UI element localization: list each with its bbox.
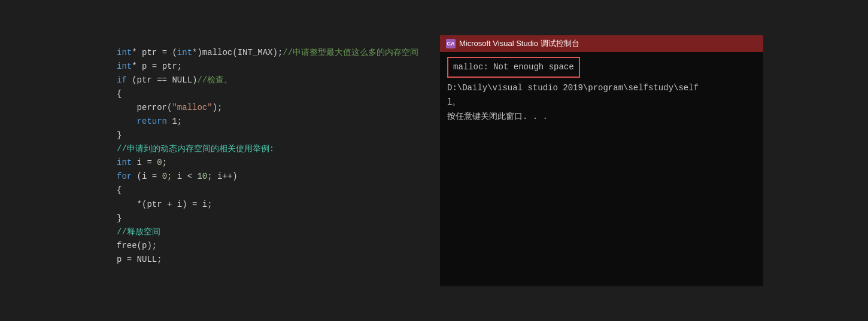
close-hint: 按任意键关闭此窗口. . . [447,110,756,124]
keyword: int [117,48,132,57]
code-text: * ptr = ( [132,48,177,57]
code-panel: int* ptr = (int*)malloc(INT_MAX);//申请整型最… [105,35,440,286]
comment: //释放空间 [117,227,160,237]
code-line-2: int* p = ptr; [117,60,428,74]
code-text: { [117,89,122,99]
code-text: *(ptr + i) = i; [117,200,213,209]
code-line-15: free(p); [117,239,428,253]
code-text: } [117,213,122,223]
number-literal: 0 [157,158,162,167]
code-line-16: p = NULL; [117,253,428,267]
error-message: malloc: Not enough space [453,62,574,72]
keyword: int [117,158,132,167]
keyword: int [117,62,132,71]
code-text: * p = ptr; [132,62,182,71]
code-text: i = [132,158,157,167]
code-line-1: int* ptr = (int*)malloc(INT_MAX);//申请整型最… [117,46,428,60]
code-line-12: *(ptr + i) = i; [117,198,428,212]
code-line-10: for (i = 0; i < 10; i++) [117,170,428,184]
code-text: ; [162,158,167,167]
string-literal: "malloc" [172,103,212,112]
code-text: ; i < [167,172,197,181]
console-body: malloc: Not enough space D:\Daily\visual… [440,52,763,286]
code-text: free(p); [117,241,157,250]
code-text: } [117,130,122,140]
code-line-13: } [117,212,428,225]
code-text: ; i++) [207,172,237,181]
code-text: (i = [132,172,162,181]
console-icon: CA [446,39,456,48]
error-box: malloc: Not enough space [447,57,580,78]
comment: //检查。 [197,75,232,85]
code-line-4: { [117,87,428,101]
code-line-5: perror("malloc"); [117,101,428,115]
code-line-7: } [117,129,428,142]
console-title: Microsoft Visual Studio 调试控制台 [459,38,579,49]
code-line-11: { [117,184,428,197]
code-line-14: //释放空间 [117,225,428,239]
path-line-2: l。 [447,96,756,110]
path-line-1: D:\Daily\visual studio 2019\program\self… [447,81,756,96]
keyword: if [117,75,127,85]
code-line-3: if (ptr == NULL)//检查。 [117,74,428,87]
keyword: return [137,117,167,126]
keyword: for [117,172,132,181]
code-text: (ptr == NULL) [127,75,198,85]
main-container: int* ptr = (int*)malloc(INT_MAX);//申请整型最… [105,35,763,286]
code-line-8: //申请到的动态内存空间的相关使用举例: [117,142,428,156]
code-line-9: int i = 0; [117,156,428,170]
number-literal: 0 [162,172,167,181]
comment: //申请到的动态内存空间的相关使用举例: [117,144,274,154]
code-text: 1; [167,117,182,126]
code-text: { [117,185,122,195]
code-text: p = NULL; [117,255,162,264]
code-text: ); [213,103,223,112]
code-text: *)malloc(INT_MAX); [192,48,283,57]
keyword: int [177,48,192,57]
code-line-6: return 1; [117,115,428,129]
code-text: perror( [117,103,172,112]
console-panel: CA Microsoft Visual Studio 调试控制台 malloc:… [440,35,763,286]
console-titlebar: CA Microsoft Visual Studio 调试控制台 [440,35,763,52]
comment: //申请整型最大值这么多的内存空间 [283,48,418,57]
number-literal: 10 [197,172,207,181]
code-text [117,117,137,126]
